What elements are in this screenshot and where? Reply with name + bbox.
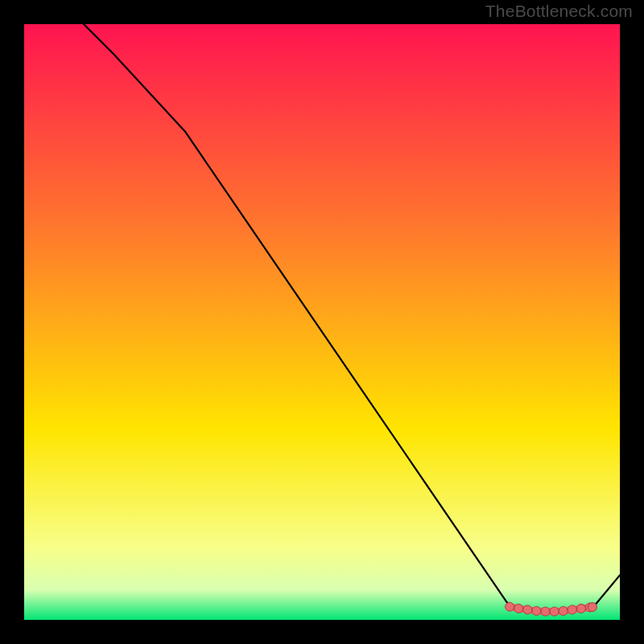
marker-dot (541, 607, 550, 616)
marker-dot (588, 603, 597, 612)
gradient-background (24, 24, 620, 620)
watermark-text: TheBottleneck.com (485, 2, 633, 21)
marker-dot (523, 605, 532, 614)
chart-stage: TheBottleneck.com (0, 0, 644, 644)
marker-dot (576, 604, 585, 613)
marker-dot (532, 606, 541, 615)
marker-dot (506, 602, 514, 611)
marker-dot (568, 605, 576, 614)
marker-dot (550, 607, 559, 616)
marker-dot (559, 606, 568, 615)
plot-area (24, 24, 620, 620)
marker-dot (514, 604, 523, 613)
chart-svg (24, 24, 620, 620)
